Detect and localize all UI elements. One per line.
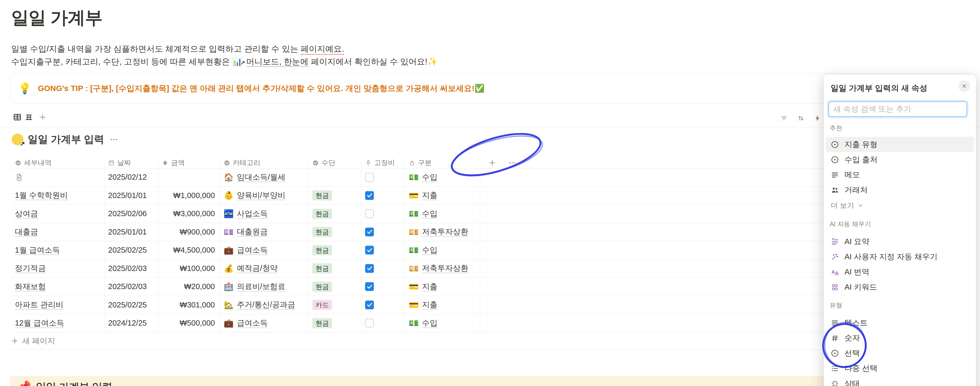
cell-date[interactable]: 2025/01/01: [104, 187, 158, 205]
cell-method[interactable]: 현금: [309, 205, 361, 223]
table-options-icon[interactable]: [509, 159, 516, 167]
filter-icon[interactable]: [780, 115, 788, 122]
property-option-ai-wand[interactable]: AI 사용자 지정 자동 채우기: [826, 249, 974, 264]
cell-category[interactable]: 👶양육비/부양비: [220, 187, 309, 205]
fixed-cost-checkbox[interactable]: [365, 264, 374, 273]
cell-type[interactable]: 💵수입: [405, 314, 480, 332]
row-title[interactable]: 12월 급여소득: [15, 318, 64, 329]
cell-name[interactable]: 정기적금: [11, 259, 104, 278]
method-tag[interactable]: 현금: [312, 282, 332, 292]
cell-category[interactable]: 💷대출원금: [220, 223, 309, 241]
add-property-button[interactable]: [488, 159, 496, 167]
row-title[interactable]: 정기적금: [15, 263, 46, 274]
cell-category[interactable]: 🏠임대소득/월세: [220, 168, 309, 186]
method-tag[interactable]: 현금: [312, 209, 332, 219]
close-button[interactable]: [958, 80, 970, 92]
cell-method[interactable]: [309, 168, 361, 186]
cell-amount[interactable]: ₩100,000: [158, 259, 220, 278]
sort-icon[interactable]: [797, 115, 805, 122]
cell-amount[interactable]: [158, 168, 220, 186]
cell-type[interactable]: 💴저축투자상환: [405, 259, 480, 278]
cell-name[interactable]: 아파트 관리비: [11, 296, 104, 314]
fixed-cost-checkbox[interactable]: [365, 282, 374, 291]
cell-amount[interactable]: ₩4,500,000: [158, 241, 220, 259]
method-tag[interactable]: 현금: [312, 245, 332, 255]
cell-category[interactable]: 💼급여소득: [220, 314, 309, 332]
cell-amount[interactable]: ₩1,000,000: [158, 187, 220, 205]
cell-amount[interactable]: ₩301,000: [158, 296, 220, 314]
cell-method[interactable]: 현금: [309, 241, 361, 259]
property-option-ai-summary[interactable]: AI 요약: [826, 234, 974, 249]
property-option-select[interactable]: 지출 유형: [826, 137, 974, 152]
method-tag[interactable]: 현금: [312, 263, 332, 273]
cell-date[interactable]: 2025/02/12: [104, 168, 158, 186]
property-option-select[interactable]: 수입 출처: [826, 152, 974, 167]
property-option-select[interactable]: 선택: [826, 346, 974, 361]
method-tag[interactable]: 현금: [312, 318, 332, 328]
property-option-hash[interactable]: 숫자: [826, 330, 974, 346]
cell-fixed[interactable]: [361, 314, 405, 332]
cell-date[interactable]: 2024/12/25: [104, 314, 158, 332]
cell-fixed[interactable]: [361, 296, 405, 314]
cell-type[interactable]: 💳지출: [405, 278, 480, 296]
cell-category[interactable]: 🏥의료비/보험료: [220, 278, 309, 296]
fixed-cost-checkbox[interactable]: [365, 173, 374, 181]
row-title[interactable]: 1월 수학학원비: [15, 190, 68, 201]
property-option-ai-keywords[interactable]: AI 키워드: [826, 280, 974, 295]
method-tag[interactable]: 카드: [312, 300, 332, 310]
moneyboard-page-link[interactable]: 머니보드, 한눈에: [246, 57, 309, 66]
cell-fixed[interactable]: [361, 259, 405, 278]
cell-fixed[interactable]: [361, 278, 405, 296]
fixed-cost-checkbox[interactable]: [365, 191, 374, 200]
method-tag[interactable]: 현금: [312, 227, 332, 237]
show-more-button[interactable]: 더 보기: [826, 199, 977, 212]
fixed-cost-checkbox[interactable]: [365, 246, 374, 254]
cell-method[interactable]: 현금: [309, 314, 361, 332]
cell-amount[interactable]: ₩500,000: [158, 314, 220, 332]
tab-table-view[interactable]: 표: [25, 112, 32, 122]
cell-name[interactable]: 대출금: [11, 223, 104, 241]
cell-name[interactable]: 화재보험: [11, 278, 104, 296]
row-title[interactable]: 대출금: [15, 227, 38, 237]
column-header-1[interactable]: 세부내역: [11, 157, 104, 168]
row-title[interactable]: 화재보험: [15, 281, 46, 292]
cell-name[interactable]: 1월 수학학원비: [11, 187, 104, 205]
add-view-button[interactable]: [39, 113, 46, 121]
cell-method[interactable]: 현금: [309, 187, 361, 205]
column-header-7[interactable]: 구분: [405, 157, 480, 168]
cell-type[interactable]: 💵수입: [405, 241, 480, 259]
row-title[interactable]: 1월 급여소득: [15, 245, 60, 256]
cell-type[interactable]: 💴저축투자상환: [405, 223, 480, 241]
cell-fixed[interactable]: [361, 205, 405, 223]
column-header-3[interactable]: 금액: [158, 157, 220, 168]
fixed-cost-checkbox[interactable]: [365, 209, 374, 218]
lightning-icon[interactable]: [814, 115, 821, 122]
property-option-text[interactable]: 텍스트: [826, 315, 974, 330]
cell-type[interactable]: 💳지출: [405, 296, 480, 314]
cell-fixed[interactable]: [361, 223, 405, 241]
fixed-cost-checkbox[interactable]: [365, 227, 374, 237]
cell-type[interactable]: 💵수입: [405, 168, 480, 186]
row-title[interactable]: 아파트 관리비: [15, 300, 64, 310]
cell-category[interactable]: 🏡주거/통신/공과금: [220, 296, 309, 314]
cell-method[interactable]: 현금: [309, 223, 361, 241]
cell-amount[interactable]: ₩20,000: [158, 278, 220, 296]
table-view-icon[interactable]: [13, 113, 22, 121]
cell-date[interactable]: 2025/02/06: [104, 205, 158, 223]
cell-date[interactable]: 2025/02/03: [104, 278, 158, 296]
cell-name[interactable]: 12월 급여소득: [11, 314, 104, 332]
column-header-2[interactable]: 날짜: [104, 157, 158, 168]
cell-fixed[interactable]: [361, 241, 405, 259]
cell-method[interactable]: 현금: [309, 259, 361, 278]
cell-category[interactable]: 🏧사업소득: [220, 205, 309, 223]
column-header-6[interactable]: 고정비: [361, 157, 405, 168]
cell-name[interactable]: [11, 168, 104, 186]
fixed-cost-checkbox[interactable]: [365, 300, 374, 309]
cell-method[interactable]: 카드: [309, 296, 361, 314]
cell-name[interactable]: 상여금: [11, 205, 104, 223]
cell-fixed[interactable]: [361, 187, 405, 205]
new-page-row[interactable]: 새 페이지: [11, 332, 55, 349]
cell-amount[interactable]: ₩900,000: [158, 223, 220, 241]
cell-name[interactable]: 1월 급여소득: [11, 241, 104, 259]
property-option-people[interactable]: 거래처: [826, 182, 974, 197]
